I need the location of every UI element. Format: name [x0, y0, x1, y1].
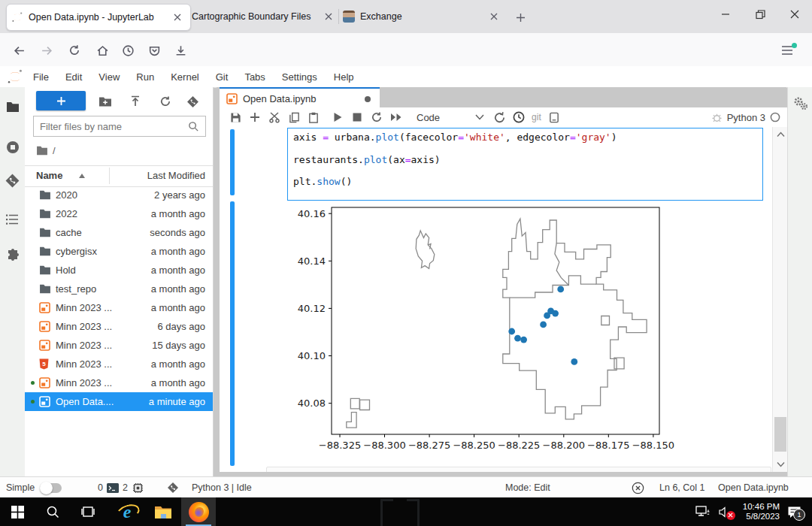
scrollbar-thumb[interactable] — [774, 417, 786, 452]
scroll-down-icon[interactable] — [777, 461, 785, 467]
task-view-icon[interactable] — [71, 497, 105, 526]
input-collapser[interactable] — [230, 129, 235, 195]
file-row[interactable]: test_repoa month ago — [25, 280, 213, 298]
file-row[interactable]: Open Data....a minute ago — [25, 392, 213, 411]
simple-toggle[interactable] — [41, 483, 62, 493]
file-row[interactable]: cacheseconds ago — [25, 223, 213, 242]
file-row[interactable]: 5Minn 2023 ...a month ago — [25, 355, 213, 373]
internet-explorer-icon[interactable]: e — [110, 497, 144, 526]
restart-run-all-icon[interactable] — [386, 108, 406, 126]
add-cell-icon[interactable] — [245, 108, 265, 126]
breadcrumb-root[interactable]: / — [53, 145, 56, 156]
menu-file[interactable]: File — [25, 71, 57, 83]
browser-tab[interactable]: Exchange — [343, 4, 502, 29]
debugger-bug-icon[interactable] — [707, 108, 727, 126]
extension-manager-icon[interactable] — [0, 242, 25, 269]
file-row[interactable]: Minn 2023 ...a month ago — [25, 298, 213, 317]
mode-indicator[interactable]: Mode: Edit — [505, 477, 550, 498]
window-close-button[interactable] — [777, 0, 812, 29]
download-icon[interactable] — [169, 39, 192, 62]
menu-tabs[interactable]: Tabs — [236, 71, 273, 83]
firefox-taskbar-icon[interactable] — [181, 497, 216, 526]
app-menu-icon[interactable] — [774, 39, 800, 62]
kernel-status-text[interactable]: Python 3 | Idle — [192, 477, 252, 498]
browser-tab[interactable]: Cartographic Boundary Files — [186, 4, 337, 29]
kernel-name[interactable]: Python 3 — [727, 112, 765, 123]
notebook-scrollbar[interactable] — [772, 127, 789, 472]
git-status[interactable] — [167, 477, 179, 498]
save-icon[interactable] — [226, 108, 245, 126]
tab-close-icon[interactable] — [320, 8, 337, 25]
file-browser-icon[interactable] — [0, 93, 25, 120]
next-cell-stub[interactable] — [266, 467, 771, 472]
new-launcher-button[interactable] — [36, 91, 86, 110]
window-restore-button[interactable] — [743, 0, 777, 29]
restart-kernel-icon[interactable] — [367, 108, 386, 126]
file-row[interactable]: Holda month ago — [25, 261, 213, 280]
file-filter-input[interactable] — [34, 121, 188, 132]
column-header-name[interactable]: Name — [36, 170, 62, 181]
action-center-icon[interactable]: 1 — [787, 506, 801, 518]
kernel-status-circle[interactable] — [765, 108, 785, 126]
menu-run[interactable]: Run — [128, 71, 162, 83]
scroll-up-icon[interactable] — [777, 132, 785, 138]
property-inspector-gears-icon[interactable] — [793, 96, 808, 111]
taskbar-clock[interactable]: 10:46 PM 5/8/2023 — [743, 502, 780, 521]
tab-close-icon[interactable] — [169, 9, 186, 26]
code-cell-editor[interactable]: axis = urbana.plot(facecolor='white', ed… — [287, 128, 763, 201]
start-button[interactable] — [0, 497, 35, 526]
taskbar-search-icon[interactable] — [35, 497, 70, 526]
menu-git[interactable]: Git — [208, 71, 237, 83]
git-icon[interactable] — [0, 167, 25, 194]
file-row[interactable]: cybergisxa month ago — [25, 242, 213, 261]
pocket-icon[interactable] — [143, 39, 165, 62]
new-tab-button[interactable] — [511, 8, 529, 26]
file-row[interactable]: 20202 years ago — [25, 186, 213, 204]
running-kernels-icon[interactable] — [0, 134, 25, 161]
chevron-down-icon[interactable] — [470, 108, 489, 126]
unsaved-changes-dot[interactable] — [365, 96, 371, 102]
breadcrumb[interactable]: / — [36, 143, 56, 158]
back-icon[interactable] — [8, 39, 30, 62]
copy-cells-icon[interactable] — [284, 108, 304, 126]
notebook-tools-icon[interactable] — [544, 108, 564, 126]
simple-mode[interactable]: Simple — [6, 477, 62, 498]
statusbar-filename[interactable]: Open Data.ipynb — [718, 477, 789, 498]
sync-icon[interactable] — [489, 108, 509, 126]
table-of-contents-icon[interactable] — [0, 206, 25, 233]
file-explorer-icon[interactable] — [146, 497, 180, 526]
forward-icon[interactable] — [35, 39, 58, 62]
output-collapser[interactable] — [230, 201, 235, 466]
new-folder-icon[interactable] — [97, 93, 114, 110]
history-clock-icon[interactable] — [117, 39, 139, 62]
reload-icon[interactable] — [63, 39, 86, 62]
cut-cells-icon[interactable] — [265, 108, 284, 126]
file-row[interactable]: Minn 2023 ...15 days ago — [25, 336, 213, 355]
interrupt-kernel-icon[interactable] — [347, 108, 367, 126]
volume-muted-icon[interactable] — [719, 506, 731, 518]
refresh-icon[interactable] — [157, 93, 174, 110]
menu-view[interactable]: View — [90, 71, 128, 83]
git-toolbar-label[interactable]: git — [532, 112, 541, 122]
notebook-tab[interactable]: Open Data.ipynb — [220, 87, 380, 109]
column-header-modified[interactable]: Last Modified — [147, 170, 205, 181]
scheduler-clock-icon[interactable] — [509, 108, 529, 126]
home-icon[interactable] — [91, 39, 114, 62]
running-sessions[interactable]: 0 2 — [98, 477, 148, 498]
git-clone-icon[interactable] — [184, 93, 201, 110]
file-row[interactable]: Minn 2023 ...a month ago — [25, 373, 213, 392]
menu-settings[interactable]: Settings — [274, 71, 326, 83]
cursor-position[interactable]: Ln 6, Col 1 — [659, 477, 704, 498]
browser-tab-active[interactable]: Open Data.ipynb - JupyterLab — [6, 4, 191, 31]
cell-type-select[interactable]: Code — [417, 112, 440, 123]
upload-icon[interactable] — [127, 93, 144, 110]
menu-kernel[interactable]: Kernel — [162, 71, 208, 83]
file-row[interactable]: 2022a month ago — [25, 204, 213, 223]
window-minimize-button[interactable] — [708, 0, 743, 29]
paste-cells-icon[interactable] — [304, 108, 323, 126]
home-folder-icon[interactable] — [36, 146, 48, 156]
run-cell-icon[interactable] — [328, 108, 347, 126]
menu-edit[interactable]: Edit — [57, 71, 90, 83]
network-icon[interactable] — [695, 506, 710, 518]
trust-shield-icon[interactable] — [632, 477, 644, 498]
